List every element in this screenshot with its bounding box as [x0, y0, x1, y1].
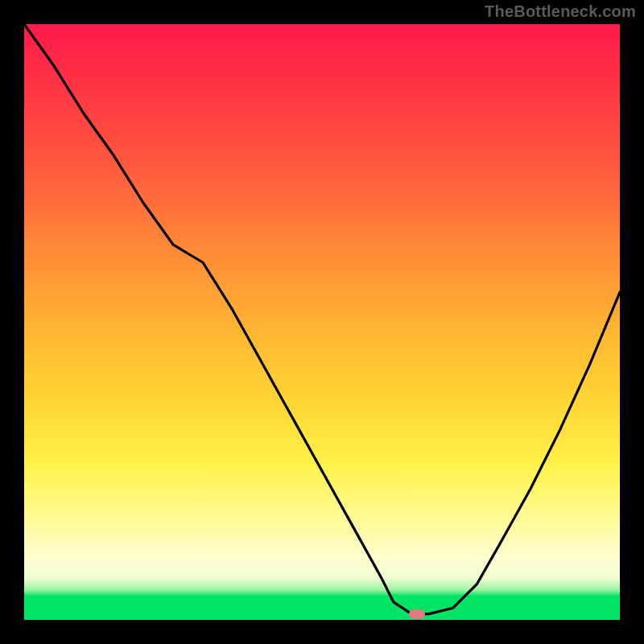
plot-area: [24, 24, 620, 620]
bottleneck-curve: [24, 24, 620, 620]
watermark-text: TheBottleneck.com: [485, 2, 636, 21]
optimal-marker: [409, 609, 425, 619]
chart-stage: TheBottleneck.com: [0, 0, 644, 644]
